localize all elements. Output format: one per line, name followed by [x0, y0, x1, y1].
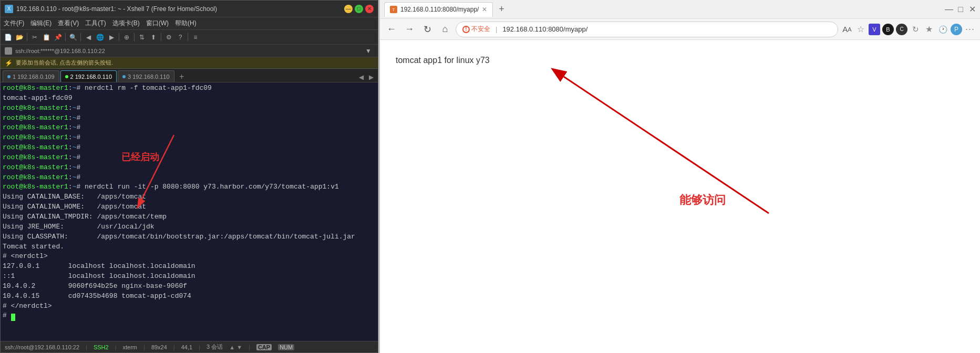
- xshell-toolbar: 📄 📂 ✂ 📋 📌 🔍 ◀ 🌐 ▶ ⊕ ⇅ ⬆ ⚙ ? ≡: [1, 30, 378, 45]
- toolbar-cut-icon[interactable]: ✂: [29, 32, 40, 43]
- tab-prev-button[interactable]: ◀: [357, 72, 366, 82]
- toolbar-find-icon[interactable]: 🔍: [68, 32, 78, 43]
- minimize-button[interactable]: —: [344, 5, 353, 13]
- toolbar-help-icon[interactable]: ?: [175, 32, 185, 43]
- menu-view[interactable]: 查看(V): [58, 19, 79, 28]
- xshell-address-bar: ssh://root:******@192.168.0.110:22 ▼: [1, 45, 378, 57]
- forward-button[interactable]: →: [402, 22, 417, 37]
- bookmark-icon[interactable]: ☆: [855, 24, 866, 35]
- tab-3[interactable]: 3 192.168.0.110: [118, 70, 174, 82]
- browser-tab-close[interactable]: ✕: [482, 6, 487, 13]
- tab-1[interactable]: 1 192.168.0.109: [3, 70, 59, 82]
- cat-extension-icon[interactable]: C: [896, 24, 907, 35]
- security-label: 不安全: [471, 25, 490, 34]
- svg-line-3: [564, 77, 769, 213]
- browser-toolbar: ← → ↻ ⌂ ! 不安全 | 192.168.0.110:8080/myapp…: [380, 19, 980, 40]
- status-col: 44,1: [181, 344, 192, 350]
- notice-icon: ⚡: [5, 59, 13, 67]
- browser-tab-title: 192.168.0.110:8080/myapp/: [400, 6, 479, 13]
- close-button[interactable]: ✕: [365, 5, 374, 13]
- menu-tab[interactable]: 选项卡(B): [112, 19, 140, 28]
- browser-content: tomcat app1 for linux y73 能够访问: [380, 40, 980, 353]
- xshell-menubar: 文件(F) 编辑(E) 查看(V) 工具(T) 选项卡(B) 窗口(W) 帮助(…: [1, 17, 378, 30]
- toolbar-upload-icon[interactable]: ⬆: [148, 32, 159, 43]
- bird-extension-icon[interactable]: B: [882, 24, 894, 35]
- browser-tab-favicon: T: [390, 6, 397, 13]
- status-num: NUM: [278, 344, 294, 350]
- browser-tab-area: T 192.168.0.110:8080/myapp/ ✕ +: [384, 2, 941, 17]
- address-text: ssh://root:******@192.168.0.110:22: [15, 48, 360, 54]
- browser-win-controls: — □ ✕: [945, 6, 976, 13]
- tab-2[interactable]: 2 192.168.0.110: [60, 70, 117, 82]
- page-main-text: tomcat app1 for linux y73: [396, 56, 490, 65]
- browser-close-button[interactable]: ✕: [968, 6, 976, 13]
- history-icon[interactable]: 🕐: [937, 24, 948, 35]
- tab-dot-1: [7, 75, 11, 78]
- url-separator: |: [496, 25, 497, 33]
- status-sessions: 3 会话: [207, 343, 223, 351]
- profile-icon[interactable]: P: [951, 24, 962, 35]
- status-size: 89x24: [151, 344, 167, 350]
- browser-tab-active[interactable]: T 192.168.0.110:8080/myapp/ ✕: [384, 2, 493, 17]
- menu-edit[interactable]: 编辑(E): [30, 19, 51, 28]
- xshell-titlebar: X 192.168.0.110 - root@k8s-master1: ~ - …: [1, 1, 378, 17]
- refresh-button[interactable]: ↻: [420, 22, 435, 37]
- browser-minimize-button[interactable]: —: [945, 6, 953, 13]
- menu-help[interactable]: 帮助(H): [175, 19, 197, 28]
- xshell-title: 192.168.0.110 - root@k8s-master1: ~ - Xs…: [16, 5, 341, 13]
- maximize-button[interactable]: □: [355, 5, 363, 13]
- toolbar-zoom-icon[interactable]: ⊕: [121, 32, 132, 43]
- toolbar-open-icon[interactable]: 📂: [14, 32, 25, 43]
- address-bar[interactable]: ! 不安全 | 192.168.0.110:8080/myapp/: [456, 22, 838, 37]
- tab-nav: ◀ ▶: [357, 72, 376, 82]
- status-cap: CAP: [256, 344, 272, 350]
- status-arrows: ▲ ▼: [229, 344, 242, 350]
- menu-file[interactable]: 文件(F): [4, 19, 24, 28]
- terminal-area[interactable]: root@k8s-master1:~# nerdctl rm -f tomcat…: [1, 82, 378, 341]
- status-term: xterm: [123, 344, 138, 350]
- status-ssh: SSH2: [94, 344, 109, 350]
- browser-titlebar: T 192.168.0.110:8080/myapp/ ✕ + — □ ✕: [380, 0, 980, 19]
- tab-add-button[interactable]: +: [177, 71, 187, 82]
- terminal-content[interactable]: root@k8s-master1:~# nerdctl rm -f tomcat…: [1, 82, 378, 341]
- toolbar-paste-icon[interactable]: 📌: [53, 32, 63, 43]
- toolbar-new-icon[interactable]: 📄: [3, 32, 13, 43]
- tab-dot-3: [122, 75, 126, 78]
- tab-label-2: 2 192.168.0.110: [70, 74, 112, 80]
- menu-window[interactable]: 窗口(W): [146, 19, 169, 28]
- toolbar-copy-icon[interactable]: 📋: [41, 32, 51, 43]
- xshell-win-controls: — □ ✕: [344, 5, 374, 13]
- tab-dot-2: [65, 75, 68, 78]
- star-icon[interactable]: ★: [923, 24, 935, 35]
- refresh-icon[interactable]: ↻: [910, 24, 921, 35]
- back-button[interactable]: ←: [384, 22, 399, 37]
- browser-window: T 192.168.0.110:8080/myapp/ ✕ + — □ ✕ ← …: [378, 0, 980, 353]
- xshell-app-icon: X: [5, 5, 13, 13]
- menu-tools[interactable]: 工具(T): [85, 19, 106, 28]
- toolbar-globe-icon[interactable]: 🌐: [95, 32, 105, 43]
- url-text: 192.168.0.110:8080/myapp/: [502, 25, 587, 33]
- toolbar-more-icon[interactable]: ≡: [190, 32, 201, 43]
- annotation-started: 已经启动: [121, 151, 159, 164]
- toolbar-transfer-icon[interactable]: ⇅: [137, 32, 147, 43]
- browser-new-tab-button[interactable]: +: [495, 3, 508, 16]
- xshell-statusbar: ssh://root@192.168.0.110:22 | SSH2 | xte…: [1, 341, 378, 352]
- browser-ext-icons: AA ☆ V B C ↻ ★ 🕐 P ···: [841, 24, 976, 35]
- tab-next-button[interactable]: ▶: [367, 72, 376, 82]
- shield-extension-icon[interactable]: V: [869, 24, 880, 35]
- browser-maximize-button[interactable]: □: [957, 6, 964, 13]
- toolbar-back-icon[interactable]: ◀: [83, 32, 94, 43]
- home-button[interactable]: ⌂: [438, 22, 452, 37]
- tab-label-1: 1 192.168.0.109: [13, 74, 55, 80]
- xshell-notice-bar: ⚡ 要添加当前会话, 点击左侧的箭头按钮.: [1, 57, 378, 69]
- toolbar-settings-icon[interactable]: ⚙: [163, 32, 174, 43]
- terminal-output: root@k8s-master1:~# nerdctl rm -f tomcat…: [3, 84, 376, 321]
- security-icon: !: [462, 26, 470, 33]
- security-warning: ! 不安全: [462, 25, 490, 34]
- more-options-button[interactable]: ···: [964, 24, 976, 35]
- translate-icon[interactable]: AA: [841, 24, 853, 35]
- address-dropdown-icon[interactable]: ▼: [363, 46, 374, 56]
- toolbar-forward-icon[interactable]: ▶: [106, 32, 117, 43]
- tab-label-3: 3 192.168.0.110: [128, 74, 170, 80]
- xshell-window: X 192.168.0.110 - root@k8s-master1: ~ - …: [0, 0, 378, 353]
